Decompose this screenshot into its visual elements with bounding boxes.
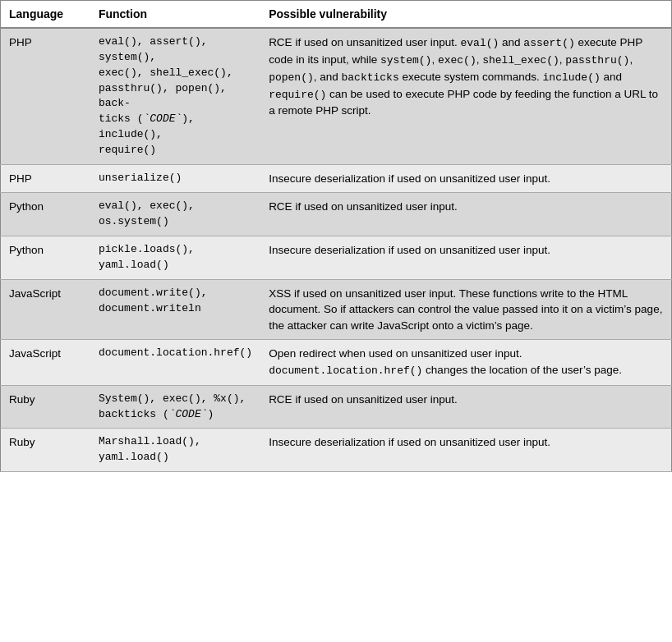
- cell-vulnerability: RCE if used on unsanitized user input. e…: [260, 28, 671, 164]
- cell-function: document.write(),document.writeln: [90, 279, 260, 340]
- cell-vulnerability: Open redirect when used on unsanitized u…: [260, 340, 671, 385]
- header-vulnerability: Possible vulnerability: [260, 1, 671, 29]
- cell-vulnerability: Insecure deserialization if used on unsa…: [260, 236, 671, 280]
- cell-function: eval(), exec(),os.system(): [90, 193, 260, 236]
- cell-vulnerability: RCE if used on unsanitized user input.: [260, 193, 671, 236]
- header-language: Language: [1, 1, 90, 29]
- table-row: Pythoneval(), exec(),os.system()RCE if u…: [1, 193, 672, 236]
- table-row: PHPeval(), assert(), system(),exec(), sh…: [1, 28, 672, 164]
- cell-language: Ruby: [1, 429, 90, 472]
- cell-function: pickle.loads(),yaml.load(): [90, 236, 260, 280]
- table-row: JavaScriptdocument.location.href()Open r…: [1, 340, 672, 385]
- header-function: Function: [90, 1, 260, 29]
- cell-vulnerability: Insecure deserialization if used on unsa…: [260, 164, 671, 193]
- cell-language: JavaScript: [1, 279, 90, 340]
- table-row: PHPunserialize()Insecure deserialization…: [1, 164, 672, 193]
- table-row: JavaScriptdocument.write(),document.writ…: [1, 279, 672, 340]
- table-row: RubyMarshall.load(),yaml.load()Insecure …: [1, 429, 672, 472]
- cell-function: eval(), assert(), system(),exec(), shell…: [90, 28, 260, 164]
- cell-language: PHP: [1, 28, 90, 164]
- vulnerability-table: Language Function Possible vulnerability…: [0, 0, 672, 472]
- cell-language: Python: [1, 193, 90, 236]
- cell-language: Python: [1, 236, 90, 280]
- cell-language: JavaScript: [1, 340, 90, 385]
- cell-function: Marshall.load(),yaml.load(): [90, 429, 260, 472]
- table-row: Pythonpickle.loads(),yaml.load()Insecure…: [1, 236, 672, 280]
- cell-vulnerability: Insecure deserialization if used on unsa…: [260, 429, 671, 472]
- cell-function: document.location.href(): [90, 340, 260, 385]
- cell-function: unserialize(): [90, 164, 260, 193]
- cell-vulnerability: XSS if used on unsanitized user input. T…: [260, 279, 671, 340]
- cell-language: PHP: [1, 164, 90, 193]
- cell-language: Ruby: [1, 385, 90, 429]
- cell-vulnerability: RCE if used on unsanitized user input.: [260, 385, 671, 429]
- cell-function: System(), exec(), %x(),backticks (`CODE`…: [90, 385, 260, 429]
- table-row: RubySystem(), exec(), %x(),backticks (`C…: [1, 385, 672, 429]
